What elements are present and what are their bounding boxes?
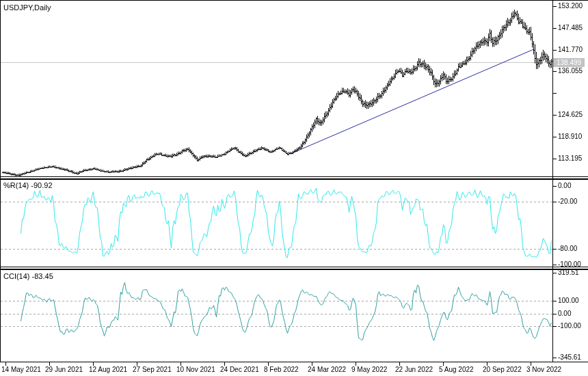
wpr-indicator-title: %R(14) -90.92 [3,181,53,189]
panel-separator[interactable] [0,269,588,270]
current-price-badge: 138.499 [553,58,585,67]
chart-window: USDJPY,Daily %R(14) -90.92 CCI(14) -83.4… [0,0,588,376]
chart-left-border [0,1,1,362]
cci-indicator-title: CCI(14) -83.45 [3,272,53,280]
time-axis-line [0,362,588,362]
price-axis-line [552,1,553,362]
chart-canvas[interactable] [0,1,588,376]
symbol-title: USDJPY,Daily [3,3,51,12]
panel-separator[interactable] [0,267,588,267]
panel-separator[interactable] [0,176,588,177]
panel-separator[interactable] [0,178,588,180]
